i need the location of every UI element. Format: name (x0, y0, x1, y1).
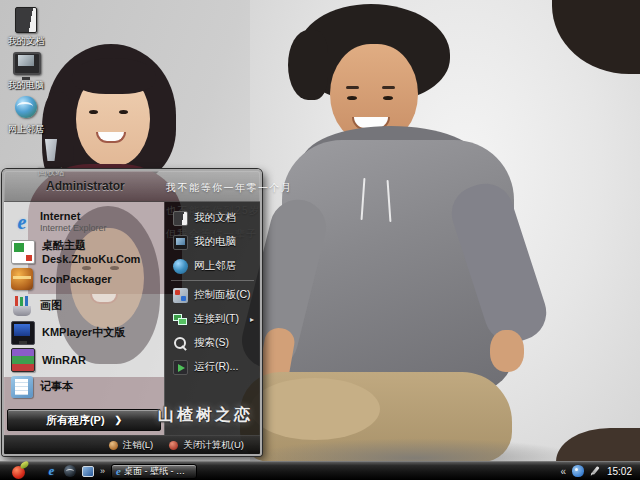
desktop-icon-network-places[interactable]: 网上邻居 (3, 94, 49, 136)
start-menu-item-network-places[interactable]: 网上邻居 (165, 254, 260, 278)
tray-network-icon[interactable] (572, 465, 584, 477)
wallpaper-caption-line1: 我不能等你一年零一个月 (166, 181, 293, 195)
desktop-icon-my-computer[interactable]: 我的电脑 (3, 50, 49, 92)
taskbar: e » e 桌面 - 壁纸 - 桌酷壁... « 15:02 (0, 461, 640, 480)
start-menu-item-my-documents[interactable]: 我的文档 (165, 206, 260, 230)
submenu-arrow-icon: ▸ (250, 315, 254, 324)
start-menu-item-control-panel[interactable]: 控制面板(C) (165, 283, 260, 307)
control-panel-icon (173, 288, 188, 303)
start-menu-item-kmplayer[interactable]: KMPlayer中文版 (4, 319, 164, 346)
paint-icon (11, 295, 33, 317)
tray-collapse-chevron[interactable]: « (560, 466, 566, 477)
media-player-icon (82, 466, 94, 477)
task-button-label: 桌面 - 壁纸 - 桌酷壁... (124, 465, 192, 478)
taskbar-clock[interactable]: 15:02 (607, 466, 634, 477)
start-menu-item-winrar[interactable]: WinRAR (4, 346, 164, 373)
start-menu-item-run[interactable]: 运行(R)... (165, 355, 260, 379)
network-places-icon (13, 94, 39, 120)
user-name: Administrator (4, 179, 125, 193)
shut-down-icon (169, 441, 178, 450)
start-menu-item-iconpackager[interactable]: IconPackager (4, 265, 164, 292)
connect-to-icon (173, 312, 188, 327)
my-documents-icon (13, 6, 39, 32)
quick-launch-bar: e » (44, 464, 105, 479)
start-button[interactable] (10, 462, 32, 480)
all-programs-button[interactable]: 所有程序(P) ❯ (7, 409, 161, 431)
tray-input-method-icon[interactable] (590, 466, 601, 477)
recycle-bin-icon (38, 137, 64, 163)
start-menu-right-column: 我的文档 我的电脑 网上邻居 控制面板(C) 连接到(T) ▸ (164, 202, 260, 435)
taskbar-task-button[interactable]: e 桌面 - 壁纸 - 桌酷壁... (111, 464, 197, 479)
start-menu-item-paint[interactable]: 画图 (4, 292, 164, 319)
log-off-icon (109, 441, 118, 450)
start-menu-item-search[interactable]: 搜索(S) (165, 331, 260, 355)
start-menu-left-column: e Internet Internet Explorer 桌酷主题Desk.Zh… (4, 202, 164, 435)
quick-launch-media-player[interactable] (80, 464, 95, 479)
wallpaper-movie-title: 山楂树之恋 (158, 405, 253, 426)
my-computer-icon (173, 235, 188, 250)
start-menu-item-internet[interactable]: e Internet Internet Explorer (4, 205, 164, 238)
log-off-button[interactable]: 注销(L) (109, 439, 154, 452)
notepad-icon (11, 376, 33, 398)
start-menu-footer: 注销(L) 关闭计算机(U) (4, 435, 260, 454)
my-documents-icon (173, 211, 188, 226)
man-hair-side (288, 30, 328, 100)
quick-launch-overflow-chevron[interactable]: » (100, 466, 105, 476)
start-menu-item-zhuoku-theme[interactable]: 桌酷主题Desk.ZhuoKu.Com (4, 238, 164, 265)
all-programs-arrow-icon: ❯ (115, 415, 123, 425)
quick-launch-show-desktop[interactable] (62, 464, 77, 479)
zhuoku-theme-icon (11, 240, 35, 264)
internet-explorer-icon: e (116, 465, 121, 477)
network-places-icon (173, 259, 188, 274)
run-icon (173, 360, 188, 375)
iconpackager-icon (11, 268, 33, 290)
internet-explorer-icon: e (49, 463, 55, 479)
quick-launch-internet-explorer[interactable]: e (44, 464, 59, 479)
winrar-icon (11, 348, 35, 372)
start-menu-item-my-computer[interactable]: 我的电脑 (165, 230, 260, 254)
shut-down-button[interactable]: 关闭计算机(U) (169, 439, 244, 452)
globe-icon (64, 465, 76, 477)
kmplayer-icon (11, 321, 35, 345)
start-menu-item-notepad[interactable]: 记事本 (4, 373, 164, 400)
search-icon (173, 336, 188, 351)
internet-explorer-icon: e (11, 211, 33, 233)
my-computer-icon (13, 50, 39, 76)
start-menu-item-connect-to[interactable]: 连接到(T) ▸ (165, 307, 260, 331)
system-tray: « 15:02 (560, 465, 640, 477)
menu-separator (171, 280, 254, 281)
desktop-icon-my-documents[interactable]: 我的文档 (3, 6, 49, 48)
